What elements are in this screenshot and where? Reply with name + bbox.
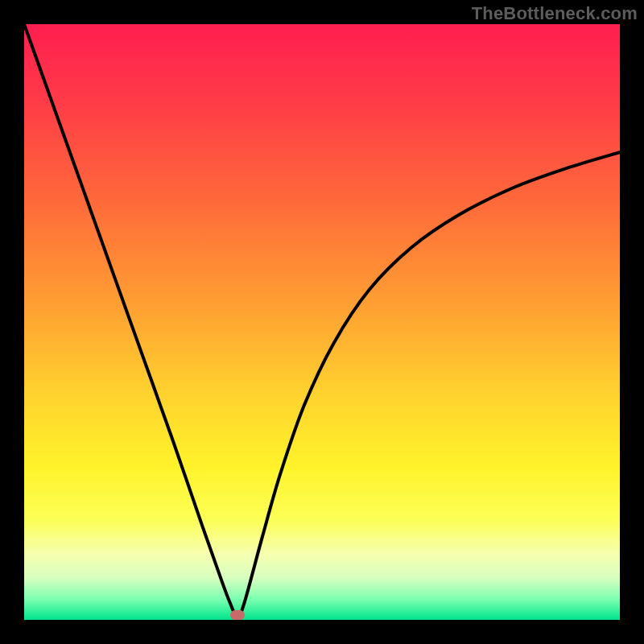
optimal-point-marker bbox=[230, 610, 245, 620]
chart-curve bbox=[24, 24, 620, 620]
chart-plot-area bbox=[24, 24, 620, 620]
watermark-text: TheBottleneck.com bbox=[472, 3, 638, 24]
